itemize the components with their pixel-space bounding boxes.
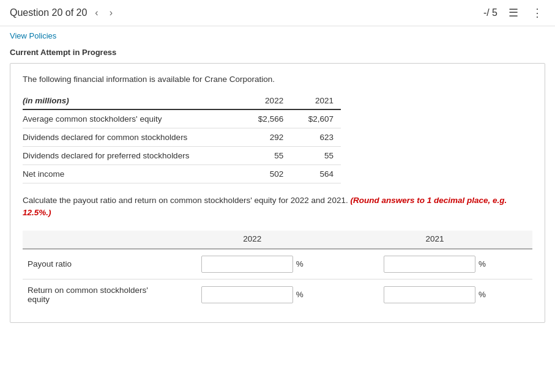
header-right: -/ 5 ☰ ⋮ <box>483 5 545 21</box>
table-header-label: (in millions) <box>23 94 240 109</box>
pct-label-2: % <box>479 259 486 268</box>
table-row: Net income 502 564 <box>23 165 341 183</box>
row-val-2021: 564 <box>291 165 341 183</box>
pct-label-3: % <box>296 290 304 299</box>
return-2021-input-group: % <box>355 286 515 303</box>
payout-2021-cell: % <box>350 249 520 279</box>
row-val-2021: $2,607 <box>291 109 341 128</box>
row-label: Dividends declared for common stockholde… <box>23 128 240 147</box>
table-row: Dividends declared for common stockholde… <box>23 128 341 147</box>
payout-2021-input[interactable] <box>384 256 475 273</box>
payout-2022-input-group: % <box>173 256 333 273</box>
row-val-2021: 623 <box>291 128 341 147</box>
attempt-status: Current Attempt in Progress <box>0 43 555 63</box>
row-val-2022: 55 <box>240 147 291 165</box>
question-container: The following financial information is a… <box>10 63 545 323</box>
row-val-2022: 502 <box>240 165 291 183</box>
answer-table: 2022 2021 Payout ratio % <box>23 231 532 310</box>
return-2022-input[interactable] <box>201 286 293 303</box>
answer-header-2022: 2022 <box>168 231 338 249</box>
return-equity-label: Return on common stockholders' equity <box>23 279 168 310</box>
row-label: Dividends declared for preferred stockho… <box>23 147 240 165</box>
table-row: Dividends declared for preferred stockho… <box>23 147 341 165</box>
pct-label-1: % <box>296 259 304 268</box>
pct-label-4: % <box>479 290 486 299</box>
payout-2022-cell: % <box>168 249 338 279</box>
question-intro-text: The following financial information is a… <box>23 75 532 84</box>
table-row: Average common stockholders' equity $2,5… <box>23 109 341 128</box>
view-policies-link[interactable]: View Policies <box>0 26 66 43</box>
answer-row-payout: Payout ratio % % <box>23 249 532 279</box>
instruction-text: Calculate the payout ratio and return on… <box>23 196 348 205</box>
return-2021-input[interactable] <box>384 286 475 303</box>
return-2022-cell: % <box>168 279 338 310</box>
table-header-2021: 2021 <box>291 94 341 109</box>
score-display: -/ 5 <box>483 7 497 18</box>
question-counter: Question 20 of 20 <box>10 7 87 18</box>
more-options-button[interactable]: ⋮ <box>529 5 545 21</box>
financial-data-table: (in millions) 2022 2021 Average common s… <box>23 94 341 183</box>
row-label: Net income <box>23 165 240 183</box>
page-header: Question 20 of 20 ‹ › -/ 5 ☰ ⋮ <box>0 0 555 26</box>
return-2021-cell: % <box>350 279 520 310</box>
row-val-2021: 55 <box>291 147 341 165</box>
calculation-instruction: Calculate the payout ratio and return on… <box>23 194 532 220</box>
table-header-2022: 2022 <box>240 94 291 109</box>
answer-header-2021: 2021 <box>350 231 520 249</box>
next-question-button[interactable]: › <box>106 7 116 19</box>
list-view-button[interactable]: ☰ <box>506 5 521 21</box>
row-label: Average common stockholders' equity <box>23 109 240 128</box>
payout-ratio-label: Payout ratio <box>23 249 168 279</box>
payout-2022-input[interactable] <box>201 256 293 273</box>
answer-header-blank <box>23 231 168 249</box>
payout-2021-input-group: % <box>355 256 515 273</box>
row-val-2022: 292 <box>240 128 291 147</box>
answer-row-return: Return on common stockholders' equity % … <box>23 279 532 310</box>
header-left: Question 20 of 20 ‹ › <box>10 7 116 19</box>
return-2022-input-group: % <box>173 286 333 303</box>
prev-question-button[interactable]: ‹ <box>92 7 101 19</box>
row-val-2022: $2,566 <box>240 109 291 128</box>
